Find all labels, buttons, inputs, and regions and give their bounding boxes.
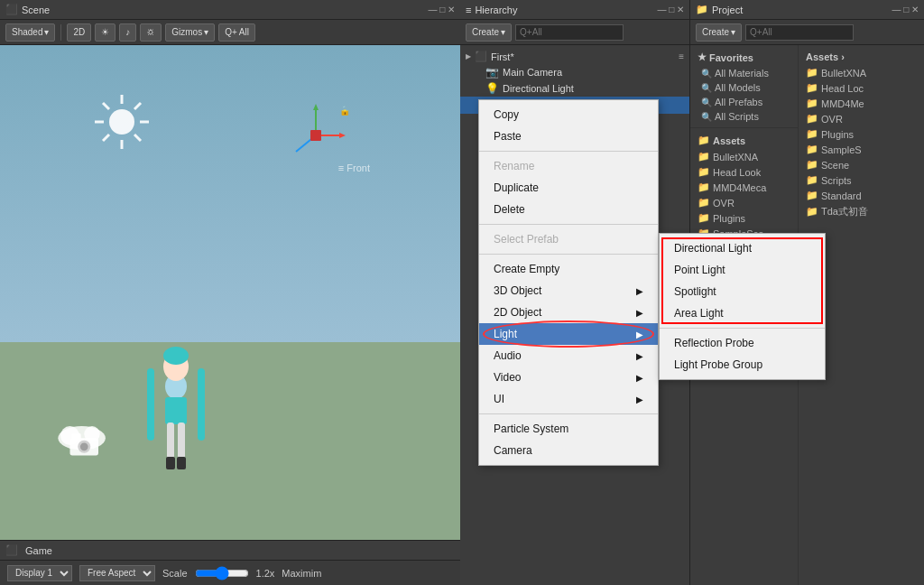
- gizmos-button[interactable]: Gizmos ▾: [165, 23, 215, 42]
- fav-all-models[interactable]: 🔍 All Models: [690, 80, 798, 95]
- hierarchy-toolbar: Create ▾: [460, 20, 689, 45]
- hierarchy-create-btn[interactable]: Create ▾: [466, 23, 512, 42]
- game-bar: ⬛ Game: [0, 540, 460, 560]
- star-icon: ★: [698, 51, 707, 63]
- left-section: ⬛ Scene — □ ✕ Shaded ▾ 2D ☀ ♪ ⛭ Gizmos ▾…: [0, 0, 460, 585]
- svg-rect-25: [177, 457, 186, 469]
- submenu-light-probe-group[interactable]: Light Probe Group: [660, 354, 825, 376]
- search-icon-2: 🔍: [701, 83, 712, 93]
- ctx-duplicate[interactable]: Duplicate: [479, 177, 658, 199]
- search-icon-1: 🔍: [701, 69, 712, 79]
- submenu-reflection-probe[interactable]: Reflection Probe: [660, 332, 825, 354]
- ctx-2d-object[interactable]: 2D Object ▶: [479, 302, 658, 323]
- arrow-icon: ▶: [466, 52, 471, 60]
- main-asset-ovr[interactable]: 📁 OVR: [802, 111, 920, 126]
- chevron-down-icon-2: ▾: [204, 27, 208, 37]
- asset-mmd4meca[interactable]: 📁 MMD4Meca: [690, 180, 798, 195]
- ctx-delete[interactable]: Delete: [479, 199, 658, 220]
- ctx-3d-object[interactable]: 3D Object ▶: [479, 280, 658, 302]
- light-submenu: Directional Light Point Light Spotlight: [659, 233, 826, 380]
- folder-main-7: 📁: [806, 159, 818, 171]
- asset-bulletxna[interactable]: 📁 BulletXNA: [690, 149, 798, 164]
- fav-all-prefabs[interactable]: 🔍 All Prefabs: [690, 95, 798, 109]
- shaded-dropdown[interactable]: Shaded ▾: [5, 23, 55, 42]
- project-search[interactable]: [745, 24, 854, 41]
- display-dropdown[interactable]: Display 1: [7, 565, 72, 581]
- scene-panel-header: ⬛ Scene — □ ✕: [0, 0, 460, 20]
- svg-rect-15: [71, 433, 81, 440]
- asset-plugins[interactable]: 📁 Plugins: [690, 210, 798, 226]
- scene-viewport: 🔒 ≡ Front: [0, 45, 460, 540]
- main-asset-scripts[interactable]: 📁 Scripts: [802, 172, 920, 188]
- ctx-audio[interactable]: Audio ▶: [479, 345, 658, 367]
- search-icon-3: 🔍: [701, 98, 712, 107]
- project-toolbar: Create ▾: [690, 20, 924, 45]
- main-asset-scene[interactable]: 📁 Scene: [802, 157, 920, 172]
- camera-icon: [54, 413, 117, 459]
- project-create-btn[interactable]: Create ▾: [696, 23, 742, 42]
- lighting-button[interactable]: ☀: [95, 23, 116, 42]
- fav-all-scripts[interactable]: 🔍 All Scripts: [690, 109, 798, 124]
- chevron-hierarchy: ▾: [501, 27, 505, 37]
- fav-all-materials[interactable]: 🔍 All Materials: [690, 66, 798, 80]
- search-button[interactable]: Q+ All: [218, 23, 255, 42]
- ctx-light[interactable]: Light ▶: [479, 323, 658, 345]
- main-asset-tda[interactable]: 📁 Tda式初音: [802, 203, 920, 220]
- ctx-create-empty[interactable]: Create Empty: [479, 258, 658, 280]
- camera-obj-icon: 📷: [485, 66, 499, 79]
- light-label: Directional Light: [503, 83, 574, 94]
- submenu-area-light[interactable]: Area Light: [660, 302, 825, 324]
- main-asset-samples[interactable]: 📁 SampleS: [802, 142, 920, 157]
- ctx-sep-3: [479, 254, 658, 255]
- asset-headlook[interactable]: 📁 Head Look: [690, 164, 798, 180]
- submenu-point-light[interactable]: Point Light: [660, 259, 825, 281]
- asset-ovr[interactable]: 📁 OVR: [690, 195, 798, 210]
- ctx-copy[interactable]: Copy: [479, 104, 658, 125]
- svg-rect-21: [165, 397, 187, 424]
- ctx-camera[interactable]: Camera: [479, 440, 658, 461]
- project-panel-icon: 📁: [696, 4, 708, 15]
- main-asset-standard[interactable]: 📁 Standard: [802, 188, 920, 203]
- svg-rect-17: [147, 368, 154, 441]
- toolbar-sep-1: [60, 24, 61, 41]
- hierarchy-item-light[interactable]: 💡 Directional Light: [460, 80, 689, 97]
- svg-line-5: [103, 103, 109, 109]
- submenu-directional-light[interactable]: Directional Light: [660, 237, 825, 259]
- effects-button[interactable]: ⛭: [140, 23, 162, 42]
- main-asset-headloc[interactable]: 📁 Head Loc: [802, 80, 920, 96]
- hierarchy-scene-row[interactable]: ▶ ⬛ First* ≡: [460, 49, 689, 64]
- ctx-ui[interactable]: UI ▶: [479, 388, 658, 410]
- chevron-down-icon: ▾: [44, 27, 49, 37]
- svg-text:🔒: 🔒: [339, 105, 351, 116]
- ctx-particle-system[interactable]: Particle System: [479, 418, 658, 440]
- assets-main-title: Assets ›: [802, 49, 920, 65]
- camera-label: Main Camera: [503, 67, 562, 78]
- svg-rect-31: [310, 130, 321, 141]
- main-asset-plugins[interactable]: 📁 Plugins: [802, 126, 920, 142]
- main-asset-bulletxna[interactable]: 📁 BulletXNA: [802, 65, 920, 80]
- folder-icon-3: 📁: [698, 181, 710, 193]
- aspect-dropdown[interactable]: Free Aspect: [79, 565, 155, 581]
- ctx-video[interactable]: Video ▶: [479, 367, 658, 388]
- sun-icon: [90, 90, 153, 153]
- ctx-select-prefab: Select Prefab: [479, 228, 658, 250]
- ctx-paste[interactable]: Paste: [479, 125, 658, 147]
- scale-slider[interactable]: [195, 566, 249, 580]
- light-obj-icon: 💡: [485, 82, 499, 95]
- 2d-button[interactable]: 2D: [67, 23, 91, 42]
- hierarchy-search[interactable]: [515, 24, 624, 41]
- main-asset-mmd4me[interactable]: 📁 MMD4Me: [802, 96, 920, 111]
- hierarchy-item-camera[interactable]: 📷 Main Camera: [460, 64, 689, 80]
- hierarchy-panel-title: Hierarchy: [475, 5, 517, 15]
- svg-rect-24: [166, 457, 175, 469]
- ctx-arrow-light: ▶: [636, 330, 643, 339]
- audio-button[interactable]: ♪: [119, 23, 136, 42]
- ctx-sep-4: [479, 413, 658, 414]
- front-label: ≡ Front: [338, 162, 370, 173]
- scene-name: First*: [491, 51, 514, 62]
- context-menu: Copy Paste Rename Duplicate: [478, 99, 659, 466]
- folder-main-6: 📁: [806, 144, 818, 155]
- svg-rect-18: [198, 368, 205, 441]
- light-submenu-items: Directional Light Point Light Spotlight: [660, 237, 825, 324]
- submenu-spotlight[interactable]: Spotlight: [660, 281, 825, 302]
